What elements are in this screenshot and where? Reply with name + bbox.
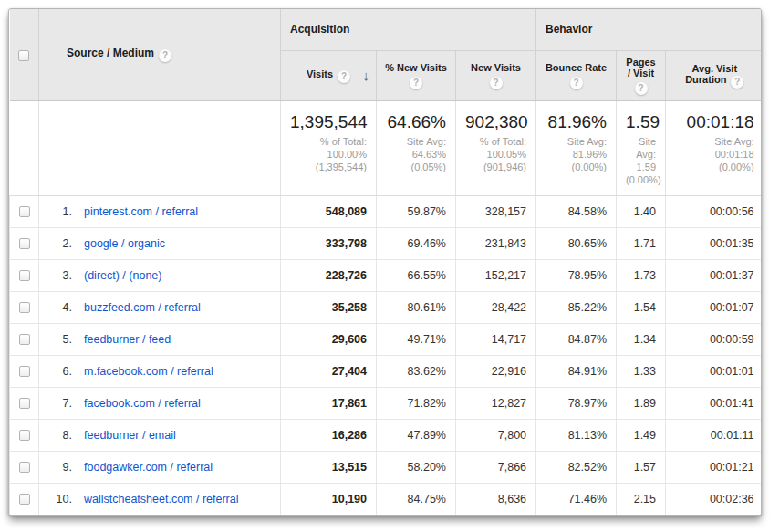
avg-duration-cell: 00:02:36 (666, 483, 762, 515)
avg-duration-cell: 00:01:07 (666, 291, 762, 323)
select-all-checkbox[interactable] (18, 50, 29, 61)
avg-duration-cell: 00:01:11 (666, 419, 762, 451)
row-checkbox[interactable] (19, 366, 30, 377)
source-cell: 2.google / organic (39, 227, 281, 259)
totals-subtext: Site Avg: 64.63% (0.05%) (386, 135, 446, 173)
bounce-rate-cell: 84.87% (536, 323, 617, 355)
totals-pages-visit-cell: 1.59 Site Avg: 1.59 (0.00%) (617, 100, 666, 195)
table-row: 3.(direct) / (none) 228,726 66.55% 152,2… (10, 259, 763, 291)
help-icon[interactable]: ? (635, 82, 648, 95)
new-visits-cell: 152,217 (456, 259, 536, 291)
row-checkbox[interactable] (19, 398, 30, 409)
row-checkbox[interactable] (19, 430, 30, 441)
bounce-rate-cell: 84.58% (536, 195, 617, 227)
visits-cell: 29,606 (281, 323, 377, 355)
avg-duration-cell: 00:00:59 (666, 323, 762, 355)
totals-new-visits-cell: 902,380 % of Total: 100.05% (901,946) (456, 100, 536, 195)
totals-sub-line: 64.63% (386, 148, 446, 161)
pages-visit-label: Pages / Visit (624, 57, 658, 78)
row-checkbox[interactable] (19, 494, 30, 505)
source-link[interactable]: wallstcheatsheet.com / referral (84, 493, 239, 506)
row-checkbox-cell (10, 195, 39, 227)
source-cell: 4.buzzfeed.com / referral (39, 291, 281, 323)
column-header-bounce-rate[interactable]: Bounce Rate? (536, 50, 617, 100)
totals-subtext: % of Total: 100.00% (1,395,544) (290, 135, 367, 173)
row-checkbox-cell (10, 323, 39, 355)
source-medium-label: Source / Medium (67, 47, 154, 59)
row-rank: 9. (39, 461, 72, 474)
pct-new-visits-cell: 83.62% (377, 355, 456, 387)
source-link[interactable]: foodgawker.com / referral (84, 461, 213, 474)
source-link[interactable]: feedburner / email (84, 429, 176, 442)
source-cell: 10.wallstcheatsheet.com / referral (39, 483, 281, 515)
totals-sub-line: Site (626, 135, 656, 148)
source-link[interactable]: feedburner / feed (84, 333, 171, 346)
column-header-visits[interactable]: Visits? ↓ (281, 50, 377, 100)
analytics-table-card: Source / Medium? Acquisition Behavior Vi… (8, 8, 762, 516)
new-visits-cell: 14,717 (456, 323, 536, 355)
row-rank: 5. (39, 333, 72, 346)
source-link[interactable]: buzzfeed.com / referral (84, 301, 201, 314)
row-rank: 6. (39, 365, 72, 378)
pages-visit-cell: 1.49 (617, 419, 666, 451)
pages-visit-cell: 1.73 (617, 259, 666, 291)
source-link[interactable]: facebook.com / referral (84, 397, 201, 410)
help-icon[interactable]: ? (410, 77, 422, 89)
row-checkbox[interactable] (19, 462, 30, 473)
row-checkbox[interactable] (19, 270, 30, 281)
totals-subtext: Site Avg: 1.59 (0.00%) (626, 135, 656, 186)
totals-sub-line: (901,946) (465, 161, 526, 173)
totals-sub-line: % of Total: (465, 135, 526, 148)
row-checkbox-cell (10, 291, 39, 323)
new-visits-cell: 7,866 (456, 451, 536, 483)
avg-duration-cell: 00:01:41 (666, 387, 762, 419)
help-icon[interactable]: ? (731, 76, 743, 89)
totals-sub-line: (0.00%) (626, 173, 656, 186)
pct-new-visits-cell: 59.87% (377, 195, 456, 227)
avg-duration-cell: 00:00:56 (666, 195, 762, 227)
table-row: 10.wallstcheatsheet.com / referral 10,19… (10, 483, 763, 515)
totals-bounce-rate-cell: 81.96% Site Avg: 81.96% (0.00%) (536, 100, 617, 195)
table-row: 9.foodgawker.com / referral 13,515 58.20… (10, 451, 763, 483)
visits-cell: 16,286 (281, 419, 377, 451)
pages-visit-cell: 1.33 (617, 355, 666, 387)
visits-cell: 27,404 (281, 355, 377, 387)
totals-sub-line: 100.00% (290, 148, 367, 161)
row-checkbox-cell (10, 227, 39, 259)
column-header-source-medium[interactable]: Source / Medium? (39, 9, 281, 100)
totals-sub-line: (0.05%) (386, 161, 446, 173)
column-header-new-visits[interactable]: New Visits? (456, 50, 536, 100)
avg-duration-cell: 00:01:35 (666, 227, 762, 259)
source-link[interactable]: google / organic (84, 237, 165, 250)
column-header-avg-visit-duration[interactable]: Avg. Visit Duration? (666, 50, 762, 100)
table-row: 7.facebook.com / referral 17,861 71.82% … (10, 387, 763, 419)
row-checkbox-cell (10, 419, 39, 451)
help-icon[interactable]: ? (570, 77, 583, 89)
select-all-cell (10, 9, 39, 100)
pct-new-visits-cell: 80.61% (377, 291, 456, 323)
source-link[interactable]: m.facebook.com / referral (84, 365, 213, 378)
source-link[interactable]: (direct) / (none) (84, 269, 161, 282)
pct-new-visits-cell: 84.75% (377, 483, 456, 515)
totals-visits-cell: 1,395,544 % of Total: 100.00% (1,395,544… (281, 100, 377, 195)
source-link[interactable]: pinterest.com / referral (84, 205, 198, 218)
column-header-pct-new-visits[interactable]: % New Visits? (377, 50, 456, 100)
row-checkbox[interactable] (19, 334, 30, 345)
totals-sub-line: 1.59 (626, 161, 656, 173)
bounce-rate-cell: 78.95% (536, 259, 617, 291)
group-header-acquisition: Acquisition (281, 9, 536, 50)
visits-cell: 10,190 (281, 483, 377, 515)
bounce-rate-cell: 82.52% (536, 451, 617, 483)
bounce-rate-cell: 71.46% (536, 483, 617, 515)
row-rank: 3. (39, 269, 72, 282)
row-checkbox[interactable] (19, 206, 30, 217)
help-icon[interactable]: ? (490, 77, 503, 89)
totals-row: 1,395,544 % of Total: 100.00% (1,395,544… (10, 100, 763, 195)
row-checkbox[interactable] (19, 302, 30, 313)
behavior-label: Behavior (546, 23, 592, 36)
help-icon[interactable]: ? (338, 70, 350, 83)
help-icon[interactable]: ? (159, 49, 171, 62)
row-checkbox[interactable] (19, 238, 30, 249)
source-cell: 8.feedburner / email (39, 419, 281, 451)
column-header-pages-visit[interactable]: Pages / Visit? (617, 50, 666, 100)
